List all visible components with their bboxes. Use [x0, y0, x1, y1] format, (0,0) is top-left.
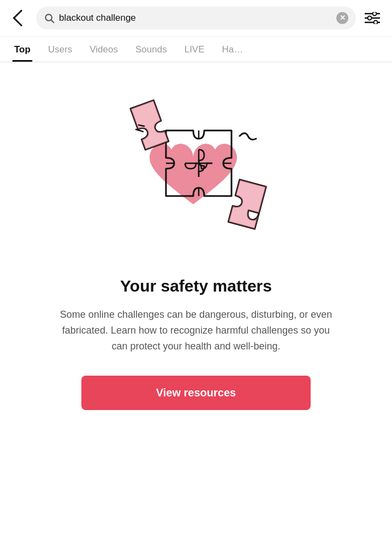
tab-top[interactable]: Top	[5, 37, 39, 62]
header: blackout challenge ✕	[0, 0, 392, 37]
clear-button[interactable]: ✕	[336, 12, 348, 24]
tab-users[interactable]: Users	[39, 37, 81, 62]
filter-icon	[365, 12, 380, 24]
search-icon	[44, 13, 55, 23]
svg-line-1	[51, 20, 54, 23]
search-bar[interactable]: blackout challenge ✕	[36, 7, 356, 29]
search-query: blackout challenge	[59, 13, 332, 23]
safety-title: Your safety matters	[120, 276, 272, 296]
main-content: Your safety matters Some online challeng…	[0, 62, 392, 443]
back-button[interactable]	[9, 7, 31, 29]
clear-icon: ✕	[340, 14, 346, 21]
back-icon	[13, 9, 29, 26]
tab-hashtags[interactable]: Ha…	[213, 37, 252, 62]
tab-live[interactable]: LIVE	[176, 37, 213, 62]
filter-button[interactable]	[361, 7, 383, 29]
tab-videos[interactable]: Videos	[81, 37, 127, 62]
tab-sounds[interactable]: Sounds	[127, 37, 176, 62]
svg-line-15	[136, 129, 143, 132]
svg-point-3	[373, 12, 377, 16]
safety-description: Some online challenges can be dangerous,…	[54, 307, 338, 354]
tab-bar: Top Users Videos Sounds LIVE Ha…	[0, 37, 392, 62]
svg-point-7	[374, 21, 378, 25]
svg-point-5	[368, 16, 372, 20]
view-resources-button[interactable]: View resources	[81, 376, 311, 410]
puzzle-illustration	[103, 84, 289, 259]
